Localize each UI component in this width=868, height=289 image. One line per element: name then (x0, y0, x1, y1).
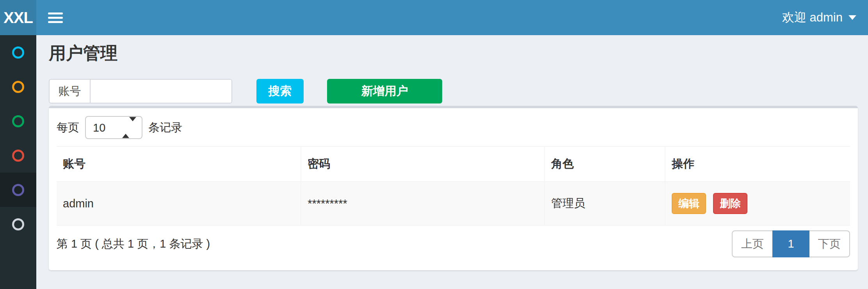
column-header-role: 角色 (544, 146, 665, 182)
app-logo[interactable]: XXL (0, 0, 36, 35)
cell-actions: 编辑 删除 (665, 182, 850, 225)
sidebar (0, 35, 36, 289)
navbar-body: 欢迎 admin (36, 0, 868, 35)
content-area: 用户管理 账号 搜索 新增用户 每页 10 条记录 账号 (36, 35, 868, 289)
sidebar-item-logs[interactable] (0, 104, 36, 138)
column-header-action: 操作 (665, 146, 850, 182)
caret-down-icon (848, 15, 856, 20)
user-list-panel: 每页 10 条记录 账号 密码 角色 操作 (49, 106, 858, 270)
cell-role: 管理员 (544, 182, 665, 225)
circle-outline-icon (12, 81, 24, 93)
account-search-input[interactable] (91, 80, 231, 103)
table-row: admin ********* 管理员 编辑 删除 (57, 182, 850, 225)
account-field-label: 账号 (50, 80, 91, 103)
sidebar-item-dashboard[interactable] (0, 35, 36, 70)
circle-outline-icon (12, 115, 24, 127)
account-input-group: 账号 (49, 79, 232, 103)
cell-account: admin (57, 182, 301, 225)
page-size-control: 每页 10 条记录 (57, 116, 850, 139)
prev-page-button[interactable]: 上页 (732, 230, 773, 257)
circle-outline-icon (12, 150, 24, 162)
page-size-select[interactable]: 10 (85, 116, 142, 139)
page-size-select-wrap: 10 (85, 116, 142, 139)
circle-outline-icon (12, 184, 24, 196)
top-navbar: XXL 欢迎 admin (0, 0, 868, 35)
next-page-button[interactable]: 下页 (809, 230, 850, 257)
sidebar-item-jobs[interactable] (0, 70, 36, 104)
sidebar-item-users[interactable] (0, 173, 36, 207)
user-menu[interactable]: 欢迎 admin (782, 9, 856, 26)
column-header-account: 账号 (57, 146, 301, 182)
edit-button[interactable]: 编辑 (672, 193, 706, 214)
sidebar-toggle-icon[interactable] (48, 10, 63, 25)
page-title: 用户管理 (49, 35, 858, 62)
search-toolbar: 账号 搜索 新增用户 (49, 79, 858, 103)
user-table: 账号 密码 角色 操作 admin ********* 管理员 编辑 删除 (57, 146, 850, 226)
page-size-prefix: 每页 (57, 120, 79, 136)
pager-buttons: 上页 1 下页 (732, 230, 850, 257)
current-page-button[interactable]: 1 (772, 230, 809, 257)
welcome-text: 欢迎 admin (782, 9, 843, 26)
sidebar-item-executors[interactable] (0, 138, 36, 173)
circle-outline-icon (12, 218, 24, 230)
delete-button[interactable]: 删除 (713, 193, 747, 214)
pagination: 第 1 页 ( 总共 1 页，1 条记录 ) 上页 1 下页 (57, 230, 850, 257)
cell-password: ********* (301, 182, 544, 225)
table-header-row: 账号 密码 角色 操作 (57, 146, 850, 182)
column-header-password: 密码 (301, 146, 544, 182)
circle-outline-icon (12, 46, 24, 59)
sidebar-item-help[interactable] (0, 207, 36, 241)
search-button[interactable]: 搜索 (256, 79, 304, 103)
add-user-button[interactable]: 新增用户 (327, 79, 442, 103)
pagination-info: 第 1 页 ( 总共 1 页，1 条记录 ) (57, 236, 210, 252)
page-size-suffix: 条记录 (148, 120, 182, 136)
